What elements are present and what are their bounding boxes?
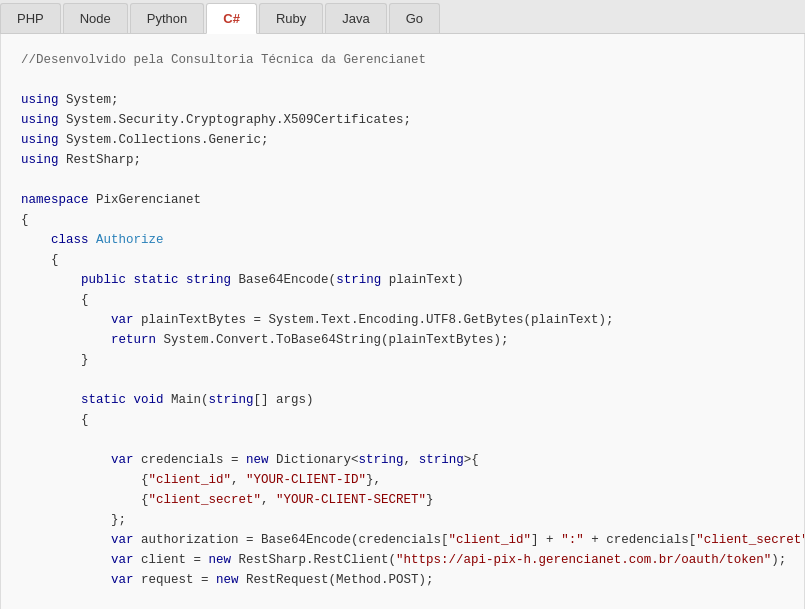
tab-go[interactable]: Go [389, 3, 440, 33]
tab-php[interactable]: PHP [0, 3, 61, 33]
tab-ruby[interactable]: Ruby [259, 3, 323, 33]
code-block: //Desenvolvido pela Consultoria Técnica … [21, 50, 784, 609]
tab-java[interactable]: Java [325, 3, 386, 33]
code-area: //Desenvolvido pela Consultoria Técnica … [0, 34, 805, 609]
tab-csharp[interactable]: C# [206, 3, 257, 34]
tab-python[interactable]: Python [130, 3, 204, 33]
tab-bar: PHP Node Python C# Ruby Java Go [0, 0, 805, 34]
tab-node[interactable]: Node [63, 3, 128, 33]
